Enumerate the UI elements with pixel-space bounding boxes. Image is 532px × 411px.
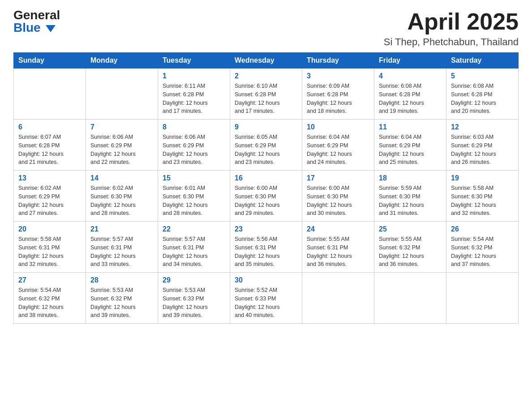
table-row: 9Sunrise: 6:05 AMSunset: 6:29 PMDaylight… bbox=[230, 120, 302, 171]
day-number: 24 bbox=[307, 225, 369, 233]
day-number: 2 bbox=[235, 72, 297, 80]
header-thursday: Thursday bbox=[302, 53, 374, 68]
table-row: 11Sunrise: 6:04 AMSunset: 6:29 PMDayligh… bbox=[374, 120, 446, 171]
day-number: 8 bbox=[163, 123, 225, 131]
day-number: 14 bbox=[90, 174, 153, 182]
day-info: Sunrise: 6:06 AMSunset: 6:29 PMDaylight:… bbox=[163, 133, 225, 167]
day-info: Sunrise: 5:53 AMSunset: 6:32 PMDaylight:… bbox=[90, 286, 153, 320]
table-row: 13Sunrise: 6:02 AMSunset: 6:29 PMDayligh… bbox=[14, 171, 86, 222]
calendar-table: Sunday Monday Tuesday Wednesday Thursday… bbox=[13, 52, 519, 324]
day-info: Sunrise: 5:58 AMSunset: 6:30 PMDaylight:… bbox=[451, 184, 514, 218]
table-row: 24Sunrise: 5:55 AMSunset: 6:31 PMDayligh… bbox=[302, 222, 374, 273]
day-number: 17 bbox=[307, 174, 369, 182]
day-info: Sunrise: 5:56 AMSunset: 6:31 PMDaylight:… bbox=[235, 235, 297, 269]
table-row: 19Sunrise: 5:58 AMSunset: 6:30 PMDayligh… bbox=[446, 171, 519, 222]
logo-blue-text: Blue bbox=[13, 21, 60, 34]
day-info: Sunrise: 5:57 AMSunset: 6:31 PMDaylight:… bbox=[90, 235, 153, 269]
day-number: 16 bbox=[235, 174, 297, 182]
day-info: Sunrise: 5:55 AMSunset: 6:32 PMDaylight:… bbox=[379, 235, 442, 269]
day-number: 11 bbox=[379, 123, 442, 131]
day-info: Sunrise: 6:01 AMSunset: 6:30 PMDaylight:… bbox=[163, 184, 225, 218]
calendar-header-row: Sunday Monday Tuesday Wednesday Thursday… bbox=[14, 53, 519, 68]
calendar-week-row: 6Sunrise: 6:07 AMSunset: 6:28 PMDaylight… bbox=[14, 120, 519, 171]
location-subtitle: Si Thep, Phetchabun, Thailand bbox=[384, 36, 519, 48]
logo-general-text: General bbox=[13, 9, 60, 21]
table-row: 26Sunrise: 5:54 AMSunset: 6:32 PMDayligh… bbox=[446, 222, 519, 273]
table-row: 22Sunrise: 5:57 AMSunset: 6:31 PMDayligh… bbox=[158, 222, 230, 273]
day-number: 20 bbox=[18, 225, 81, 233]
day-info: Sunrise: 6:08 AMSunset: 6:28 PMDaylight:… bbox=[379, 82, 442, 116]
header-friday: Friday bbox=[374, 53, 446, 68]
table-row bbox=[374, 273, 446, 324]
day-info: Sunrise: 6:07 AMSunset: 6:28 PMDaylight:… bbox=[18, 133, 81, 167]
day-info: Sunrise: 6:03 AMSunset: 6:29 PMDaylight:… bbox=[451, 133, 514, 167]
table-row bbox=[446, 273, 519, 324]
day-number: 25 bbox=[379, 225, 442, 233]
day-number: 3 bbox=[307, 72, 369, 80]
table-row: 14Sunrise: 6:02 AMSunset: 6:30 PMDayligh… bbox=[86, 171, 158, 222]
table-row: 2Sunrise: 6:10 AMSunset: 6:28 PMDaylight… bbox=[230, 68, 302, 120]
table-row: 16Sunrise: 6:00 AMSunset: 6:30 PMDayligh… bbox=[230, 171, 302, 222]
table-row: 4Sunrise: 6:08 AMSunset: 6:28 PMDaylight… bbox=[374, 68, 446, 120]
day-number: 12 bbox=[451, 123, 514, 131]
day-info: Sunrise: 6:06 AMSunset: 6:29 PMDaylight:… bbox=[90, 133, 153, 167]
day-info: Sunrise: 5:52 AMSunset: 6:33 PMDaylight:… bbox=[235, 286, 297, 320]
day-info: Sunrise: 6:09 AMSunset: 6:28 PMDaylight:… bbox=[307, 82, 369, 116]
day-number: 19 bbox=[451, 174, 514, 182]
day-number: 30 bbox=[235, 276, 297, 284]
day-number: 23 bbox=[235, 225, 297, 233]
day-number: 4 bbox=[379, 72, 442, 80]
table-row: 29Sunrise: 5:53 AMSunset: 6:33 PMDayligh… bbox=[158, 273, 230, 324]
table-row bbox=[302, 273, 374, 324]
day-info: Sunrise: 5:57 AMSunset: 6:31 PMDaylight:… bbox=[163, 235, 225, 269]
logo: General Blue bbox=[13, 9, 60, 34]
day-info: Sunrise: 6:08 AMSunset: 6:28 PMDaylight:… bbox=[451, 82, 514, 116]
title-block: April 2025 Si Thep, Phetchabun, Thailand bbox=[384, 9, 519, 48]
day-number: 5 bbox=[451, 72, 514, 80]
table-row: 27Sunrise: 5:54 AMSunset: 6:32 PMDayligh… bbox=[14, 273, 86, 324]
table-row: 23Sunrise: 5:56 AMSunset: 6:31 PMDayligh… bbox=[230, 222, 302, 273]
day-number: 15 bbox=[163, 174, 225, 182]
day-info: Sunrise: 6:02 AMSunset: 6:29 PMDaylight:… bbox=[18, 184, 81, 218]
logo-triangle-icon bbox=[46, 25, 56, 32]
table-row: 7Sunrise: 6:06 AMSunset: 6:29 PMDaylight… bbox=[86, 120, 158, 171]
calendar-week-row: 1Sunrise: 6:11 AMSunset: 6:28 PMDaylight… bbox=[14, 68, 519, 120]
header-tuesday: Tuesday bbox=[158, 53, 230, 68]
table-row bbox=[14, 68, 86, 120]
table-row: 20Sunrise: 5:58 AMSunset: 6:31 PMDayligh… bbox=[14, 222, 86, 273]
table-row: 15Sunrise: 6:01 AMSunset: 6:30 PMDayligh… bbox=[158, 171, 230, 222]
day-info: Sunrise: 5:53 AMSunset: 6:33 PMDaylight:… bbox=[163, 286, 225, 320]
calendar-week-row: 27Sunrise: 5:54 AMSunset: 6:32 PMDayligh… bbox=[14, 273, 519, 324]
table-row: 28Sunrise: 5:53 AMSunset: 6:32 PMDayligh… bbox=[86, 273, 158, 324]
table-row: 10Sunrise: 6:04 AMSunset: 6:29 PMDayligh… bbox=[302, 120, 374, 171]
table-row: 30Sunrise: 5:52 AMSunset: 6:33 PMDayligh… bbox=[230, 273, 302, 324]
day-number: 28 bbox=[90, 276, 153, 284]
day-info: Sunrise: 6:04 AMSunset: 6:29 PMDaylight:… bbox=[307, 133, 369, 167]
day-number: 18 bbox=[379, 174, 442, 182]
day-info: Sunrise: 5:59 AMSunset: 6:30 PMDaylight:… bbox=[379, 184, 442, 218]
day-info: Sunrise: 5:54 AMSunset: 6:32 PMDaylight:… bbox=[18, 286, 81, 320]
day-number: 6 bbox=[18, 123, 81, 131]
table-row bbox=[86, 68, 158, 120]
page-header: General Blue April 2025 Si Thep, Phetcha… bbox=[13, 9, 519, 48]
header-wednesday: Wednesday bbox=[230, 53, 302, 68]
table-row: 6Sunrise: 6:07 AMSunset: 6:28 PMDaylight… bbox=[14, 120, 86, 171]
day-info: Sunrise: 5:58 AMSunset: 6:31 PMDaylight:… bbox=[18, 235, 81, 269]
day-number: 7 bbox=[90, 123, 153, 131]
day-info: Sunrise: 6:04 AMSunset: 6:29 PMDaylight:… bbox=[379, 133, 442, 167]
table-row: 21Sunrise: 5:57 AMSunset: 6:31 PMDayligh… bbox=[86, 222, 158, 273]
table-row: 12Sunrise: 6:03 AMSunset: 6:29 PMDayligh… bbox=[446, 120, 519, 171]
day-number: 26 bbox=[451, 225, 514, 233]
day-number: 10 bbox=[307, 123, 369, 131]
day-number: 9 bbox=[235, 123, 297, 131]
day-info: Sunrise: 5:55 AMSunset: 6:31 PMDaylight:… bbox=[307, 235, 369, 269]
month-year-title: April 2025 bbox=[384, 9, 519, 34]
table-row: 8Sunrise: 6:06 AMSunset: 6:29 PMDaylight… bbox=[158, 120, 230, 171]
day-info: Sunrise: 6:00 AMSunset: 6:30 PMDaylight:… bbox=[307, 184, 369, 218]
table-row: 5Sunrise: 6:08 AMSunset: 6:28 PMDaylight… bbox=[446, 68, 519, 120]
day-info: Sunrise: 6:10 AMSunset: 6:28 PMDaylight:… bbox=[235, 82, 297, 116]
calendar-week-row: 20Sunrise: 5:58 AMSunset: 6:31 PMDayligh… bbox=[14, 222, 519, 273]
day-number: 22 bbox=[163, 225, 225, 233]
table-row: 3Sunrise: 6:09 AMSunset: 6:28 PMDaylight… bbox=[302, 68, 374, 120]
day-info: Sunrise: 6:00 AMSunset: 6:30 PMDaylight:… bbox=[235, 184, 297, 218]
